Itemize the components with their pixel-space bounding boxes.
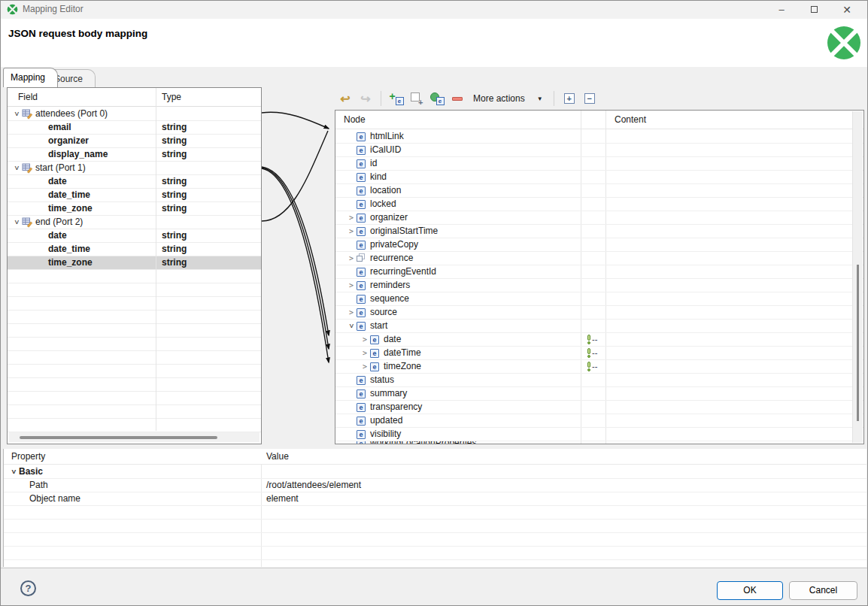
node-row[interactable]: > e originalStartTime	[335, 225, 863, 238]
node-row[interactable]: e iCalUID	[335, 144, 863, 157]
add-attribute-icon[interactable]: +	[409, 90, 424, 107]
field-row-empty[interactable]	[8, 311, 261, 324]
horizontal-scrollbar[interactable]	[9, 432, 259, 442]
node-content[interactable]	[605, 374, 863, 386]
field-row[interactable]: date string	[8, 175, 261, 189]
add-wildcard-element-icon[interactable]: e	[429, 90, 445, 107]
field-row[interactable]: date string	[8, 229, 261, 243]
node-content[interactable]	[605, 441, 863, 444]
chevron-right-icon[interactable]: >	[360, 333, 370, 346]
field-row-empty[interactable]	[8, 405, 261, 419]
chevron-down-icon[interactable]: >	[11, 109, 23, 120]
maximize-button[interactable]	[803, 1, 825, 19]
node-row[interactable]: e transparency	[335, 401, 863, 414]
node-content[interactable]	[605, 360, 863, 373]
field-row[interactable]: time_zone string	[8, 256, 261, 270]
property-row[interactable]: Path /root/attendees/element	[4, 479, 866, 492]
node-row[interactable]: > e date --	[335, 333, 863, 347]
node-content[interactable]	[605, 279, 863, 292]
node-row[interactable]: e updated	[335, 414, 863, 428]
property-row-empty[interactable]	[4, 533, 866, 547]
chevron-down-icon[interactable]: >	[11, 217, 23, 228]
tab-mapping[interactable]: Mapping	[3, 68, 58, 87]
minimize-button[interactable]: –	[770, 1, 793, 19]
node-content[interactable]	[605, 414, 863, 427]
node-row[interactable]: > e source	[335, 306, 863, 320]
chevron-right-icon[interactable]: >	[346, 279, 357, 292]
field-row[interactable]: > attendees (Port 0)	[8, 108, 261, 121]
node-row[interactable]: > e start	[335, 320, 863, 333]
node-content[interactable]	[605, 144, 863, 156]
property-row-empty[interactable]	[4, 547, 866, 560]
node-content[interactable]	[605, 157, 863, 170]
field-row-empty[interactable]	[8, 270, 261, 283]
remove-icon[interactable]	[450, 90, 465, 107]
cancel-button[interactable]: Cancel	[789, 581, 857, 600]
property-row[interactable]: Object name element	[4, 492, 866, 506]
node-row[interactable]: e kind	[335, 171, 863, 184]
node-row[interactable]: e privateCopy	[335, 238, 863, 252]
horizontal-scrollbar-thumb[interactable]	[20, 436, 217, 439]
node-content[interactable]	[605, 184, 863, 197]
field-row-empty[interactable]	[8, 297, 261, 311]
property-row[interactable]: > Basic	[4, 465, 866, 479]
node-row[interactable]: > e reminders	[335, 279, 863, 292]
undo-icon[interactable]: ↩	[338, 90, 353, 107]
chevron-down-icon[interactable]: >	[8, 467, 20, 477]
help-button[interactable]: ?	[20, 580, 36, 596]
field-row-empty[interactable]	[8, 419, 261, 432]
node-row[interactable]: e sequence	[335, 292, 863, 306]
field-row[interactable]: > start (Port 1)	[8, 162, 261, 175]
node-row[interactable]: e location	[335, 184, 863, 198]
add-element-icon[interactable]: +e	[389, 90, 404, 107]
node-row[interactable]: > e organizer	[335, 211, 863, 225]
node-row[interactable]: e id	[335, 157, 863, 171]
chevron-right-icon[interactable]: >	[346, 252, 357, 265]
chevron-right-icon[interactable]: >	[346, 225, 357, 238]
field-row[interactable]: date_time string	[8, 243, 261, 256]
node-row[interactable]: e workingLocationProperties	[335, 441, 863, 444]
field-row-empty[interactable]	[8, 324, 261, 338]
node-content[interactable]	[605, 225, 863, 238]
node-content[interactable]	[605, 238, 863, 251]
field-row-empty[interactable]	[8, 378, 261, 392]
expand-all-icon[interactable]: +	[562, 90, 577, 107]
node-content[interactable]	[605, 333, 863, 346]
vertical-scrollbar-thumb[interactable]	[857, 265, 859, 421]
collapse-all-icon[interactable]: −	[582, 90, 597, 107]
node-content[interactable]	[605, 292, 863, 305]
ok-button[interactable]: OK	[717, 581, 783, 600]
property-row-empty[interactable]	[4, 506, 866, 520]
node-row[interactable]: e summary	[335, 387, 863, 401]
node-content[interactable]	[605, 320, 863, 332]
redo-icon[interactable]: ↪	[358, 90, 373, 107]
node-row[interactable]: > recurrence	[335, 252, 863, 265]
field-row-empty[interactable]	[8, 351, 261, 365]
field-row[interactable]: organizer string	[8, 135, 261, 148]
field-row[interactable]: date_time string	[8, 189, 261, 202]
vertical-scrollbar[interactable]	[852, 111, 863, 443]
chevron-right-icon[interactable]: >	[346, 306, 357, 319]
chevron-down-icon[interactable]: >	[345, 321, 358, 332]
node-content[interactable]	[605, 171, 863, 183]
field-row[interactable]: time_zone string	[8, 202, 261, 216]
chevron-down-icon[interactable]: >	[11, 163, 23, 174]
node-row[interactable]: e locked	[335, 198, 863, 211]
node-row[interactable]: e htmlLink	[335, 130, 863, 144]
field-row-empty[interactable]	[8, 283, 261, 297]
field-row-empty[interactable]	[8, 338, 261, 351]
field-row[interactable]: display_name string	[8, 148, 261, 162]
node-content[interactable]	[605, 428, 863, 441]
node-content[interactable]	[605, 211, 863, 224]
node-row[interactable]: e status	[335, 374, 863, 387]
node-content[interactable]	[605, 252, 863, 265]
node-row[interactable]: e recurringEventId	[335, 265, 863, 279]
property-row-empty[interactable]	[4, 520, 866, 533]
node-row[interactable]: > e timeZone --	[335, 360, 863, 374]
close-button[interactable]: ✕	[836, 1, 858, 19]
more-actions-button[interactable]: More actions ▼	[470, 93, 546, 104]
chevron-right-icon[interactable]: >	[360, 360, 370, 373]
node-content[interactable]	[605, 401, 863, 414]
node-content[interactable]	[605, 130, 863, 143]
field-row-empty[interactable]	[8, 392, 261, 405]
